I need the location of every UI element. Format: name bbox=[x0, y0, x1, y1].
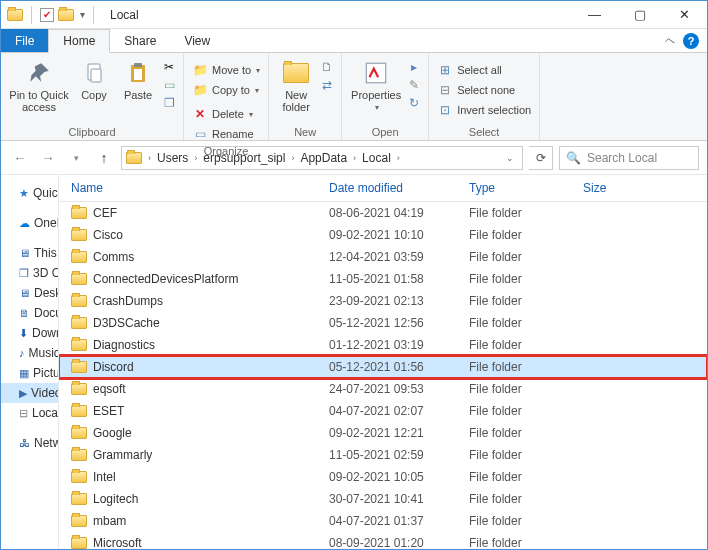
col-type[interactable]: Type bbox=[469, 181, 583, 195]
table-row[interactable]: Logitech30-07-2021 10:41File folder bbox=[59, 488, 707, 510]
table-row[interactable]: ConnectedDevicesPlatform11-05-2021 01:58… bbox=[59, 268, 707, 290]
qat-checkbox-icon[interactable]: ✔ bbox=[40, 8, 54, 22]
select-none-icon: ⊟ bbox=[437, 82, 453, 98]
tab-share[interactable]: Share bbox=[110, 29, 170, 52]
tree-item[interactable]: 🖧Network bbox=[1, 433, 58, 453]
close-button[interactable]: ✕ bbox=[662, 1, 707, 29]
tree-item[interactable]: ⊟Local Disk (C:) bbox=[1, 403, 58, 423]
breadcrumb-seg[interactable]: Users bbox=[153, 151, 192, 165]
select-all-button[interactable]: ⊞Select all bbox=[435, 61, 504, 79]
tree-item[interactable]: ▶Videos bbox=[1, 383, 58, 403]
tab-home[interactable]: Home bbox=[48, 29, 110, 53]
file-name: Discord bbox=[93, 360, 134, 374]
pin-quick-access-button[interactable]: Pin to Quick access bbox=[7, 55, 71, 113]
tree-label: Documents bbox=[34, 306, 59, 320]
table-row[interactable]: Intel09-02-2021 10:05File folder bbox=[59, 466, 707, 488]
search-input[interactable]: 🔍 Search Local bbox=[559, 146, 699, 170]
maximize-button[interactable]: ▢ bbox=[617, 1, 662, 29]
col-date[interactable]: Date modified bbox=[329, 181, 469, 195]
folder-icon bbox=[7, 9, 23, 21]
ribbon-collapse-icon[interactable]: ヘ bbox=[665, 34, 675, 48]
delete-button[interactable]: ✕Delete▾ bbox=[190, 105, 255, 123]
copy-button[interactable]: Copy bbox=[73, 55, 115, 101]
pc-icon: 🖥 bbox=[19, 246, 30, 260]
paste-button[interactable]: Paste bbox=[117, 55, 159, 101]
new-item-icon[interactable]: 🗋 bbox=[319, 59, 335, 75]
open-icon[interactable]: ▸ bbox=[406, 59, 422, 75]
tree-item[interactable]: ♪Music bbox=[1, 343, 58, 363]
select-none-button[interactable]: ⊟Select none bbox=[435, 81, 517, 99]
table-row[interactable]: Google09-02-2021 12:21File folder bbox=[59, 422, 707, 444]
tab-file[interactable]: File bbox=[1, 29, 48, 52]
cut-icon[interactable]: ✂ bbox=[161, 59, 177, 75]
folder-icon bbox=[71, 537, 87, 549]
breadcrumb-seg[interactable]: Local bbox=[358, 151, 395, 165]
column-headers[interactable]: Name Date modified Type Size bbox=[59, 175, 707, 202]
folder-icon bbox=[71, 295, 87, 307]
tree-item[interactable]: 🗎Documents bbox=[1, 303, 58, 323]
breadcrumb-seg[interactable]: erpsupport_sipl bbox=[199, 151, 289, 165]
properties-button[interactable]: Properties▾ bbox=[348, 55, 404, 112]
table-row[interactable]: Diagnostics01-12-2021 03:19File folder bbox=[59, 334, 707, 356]
table-row[interactable]: mbam04-07-2021 01:37File folder bbox=[59, 510, 707, 532]
file-type: File folder bbox=[469, 360, 583, 374]
col-name[interactable]: Name bbox=[71, 181, 329, 195]
tree-label: This PC bbox=[34, 246, 59, 260]
table-row[interactable]: ESET04-07-2021 02:07File folder bbox=[59, 400, 707, 422]
move-to-button[interactable]: 📁Move to▾ bbox=[190, 61, 262, 79]
tab-view[interactable]: View bbox=[170, 29, 224, 52]
table-row[interactable]: D3DSCache05-12-2021 12:56File folder bbox=[59, 312, 707, 334]
net-icon: 🖧 bbox=[19, 436, 30, 450]
refresh-button[interactable]: ⟳ bbox=[529, 146, 553, 170]
table-row[interactable]: Microsoft08-09-2021 01:20File folder bbox=[59, 532, 707, 549]
recent-dropdown[interactable]: ▾ bbox=[65, 147, 87, 169]
forward-button[interactable]: → bbox=[37, 147, 59, 169]
file-name: Cisco bbox=[93, 228, 123, 242]
table-row[interactable]: Grammarly11-05-2021 02:59File folder bbox=[59, 444, 707, 466]
vid-icon: ▶ bbox=[19, 386, 27, 400]
file-date: 05-12-2021 01:56 bbox=[329, 360, 469, 374]
paste-shortcut-icon[interactable]: ❐ bbox=[161, 95, 177, 111]
file-type: File folder bbox=[469, 228, 583, 242]
file-type: File folder bbox=[469, 448, 583, 462]
copy-to-button[interactable]: 📁Copy to▾ bbox=[190, 81, 261, 99]
folder-icon bbox=[71, 449, 87, 461]
tree-item[interactable]: ❒3D Objects bbox=[1, 263, 58, 283]
tree-item[interactable]: 🖥This PC bbox=[1, 243, 58, 263]
folder-icon[interactable] bbox=[58, 9, 74, 21]
table-row[interactable]: Comms12-04-2021 03:59File folder bbox=[59, 246, 707, 268]
qat-dropdown-icon[interactable]: ▾ bbox=[80, 9, 85, 20]
history-icon[interactable]: ↻ bbox=[406, 95, 422, 111]
easy-access-icon[interactable]: ⇄ bbox=[319, 77, 335, 93]
folder-icon bbox=[71, 339, 87, 351]
menubar: File Home Share View ヘ ? bbox=[1, 29, 707, 53]
tree-item[interactable]: ★Quick access bbox=[1, 183, 58, 203]
col-size[interactable]: Size bbox=[583, 181, 663, 195]
copy-path-icon[interactable]: ▭ bbox=[161, 77, 177, 93]
file-list[interactable]: ▴ Name Date modified Type Size CEF08-06-… bbox=[59, 175, 707, 549]
help-icon[interactable]: ? bbox=[683, 33, 699, 49]
window-title: Local bbox=[110, 8, 139, 22]
breadcrumb-dropdown-icon[interactable]: ⌄ bbox=[498, 153, 522, 163]
tree-item[interactable]: ☁OneDrive bbox=[1, 213, 58, 233]
table-row[interactable]: Cisco09-02-2021 10:10File folder bbox=[59, 224, 707, 246]
table-row[interactable]: CrashDumps23-09-2021 02:13File folder bbox=[59, 290, 707, 312]
tree-item[interactable]: 🖥Desktop bbox=[1, 283, 58, 303]
tree-item[interactable]: ▦Pictures bbox=[1, 363, 58, 383]
table-row[interactable]: CEF08-06-2021 04:19File folder bbox=[59, 202, 707, 224]
back-button[interactable]: ← bbox=[9, 147, 31, 169]
edit-icon[interactable]: ✎ bbox=[406, 77, 422, 93]
new-folder-button[interactable]: New folder bbox=[275, 55, 317, 113]
table-row[interactable]: eqsoft24-07-2021 09:53File folder bbox=[59, 378, 707, 400]
tree-item[interactable]: ⬇Downloads bbox=[1, 323, 58, 343]
nav-tree[interactable]: ★Quick access☁OneDrive🖥This PC❒3D Object… bbox=[1, 175, 59, 549]
folder-icon bbox=[71, 405, 87, 417]
invert-selection-button[interactable]: ⊡Invert selection bbox=[435, 101, 533, 119]
up-button[interactable]: ↑ bbox=[93, 147, 115, 169]
breadcrumb[interactable]: › Users› erpsupport_sipl› AppData› Local… bbox=[121, 146, 523, 170]
minimize-button[interactable]: — bbox=[572, 1, 617, 29]
rename-button[interactable]: ▭Rename bbox=[190, 125, 256, 143]
breadcrumb-seg[interactable]: AppData bbox=[296, 151, 351, 165]
paste-icon bbox=[123, 59, 153, 87]
table-row[interactable]: Discord05-12-2021 01:56File folder bbox=[59, 356, 707, 378]
